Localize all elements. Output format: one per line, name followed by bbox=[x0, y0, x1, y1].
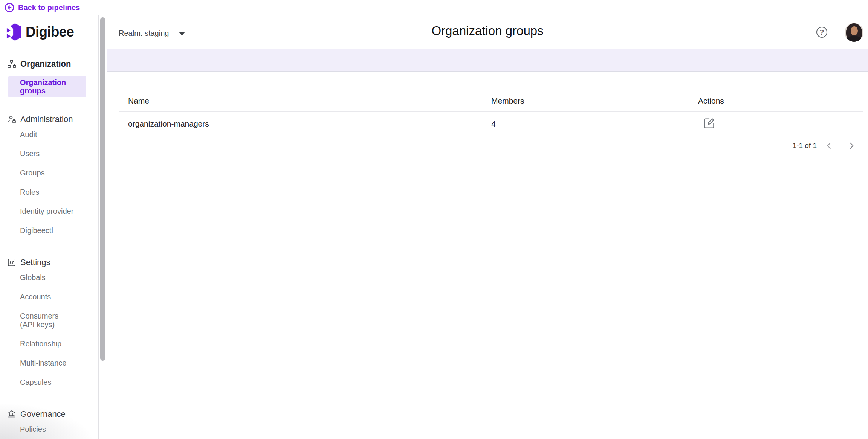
sidebar-section-governance-label: Governance bbox=[20, 409, 66, 419]
pagination-next-button[interactable] bbox=[847, 141, 856, 151]
bank-icon bbox=[7, 410, 16, 419]
sidebar-item-organization-groups[interactable]: Organization groups bbox=[8, 76, 86, 97]
sidebar-item-multi-instance[interactable]: Multi-instance bbox=[0, 354, 98, 373]
cell-group-members: 4 bbox=[482, 119, 698, 128]
column-header-members: Members bbox=[482, 96, 698, 105]
digibee-logo-text: Digibee bbox=[26, 24, 74, 40]
digibee-logo-mark-icon bbox=[6, 23, 22, 41]
help-icon: ? bbox=[820, 28, 824, 37]
back-circle-arrow-icon bbox=[5, 3, 14, 12]
sidebar-scroll-track[interactable] bbox=[99, 15, 107, 439]
main-content: Realm: staging Organization groups ? Nam… bbox=[107, 15, 868, 439]
sidebar-section-governance: Governance Policies bbox=[0, 409, 98, 439]
back-to-pipelines-link[interactable]: Back to pipelines bbox=[5, 3, 80, 12]
header-actions: ? bbox=[816, 15, 863, 49]
page-title: Organization groups bbox=[107, 24, 868, 38]
cell-group-actions bbox=[698, 117, 863, 131]
sidebar-item-globals[interactable]: Globals bbox=[0, 268, 98, 287]
content-header: Realm: staging Organization groups ? bbox=[107, 15, 868, 49]
sidebar: Digibee Organization Organization groups bbox=[0, 15, 99, 439]
table-row: organization-managers 4 bbox=[119, 112, 863, 136]
sidebar-item-relationship[interactable]: Relationship bbox=[0, 334, 98, 354]
sidebar-item-groups[interactable]: Groups bbox=[0, 163, 98, 183]
sidebar-item-capsules[interactable]: Capsules bbox=[0, 373, 98, 392]
sidebar-section-administration-label: Administration bbox=[20, 114, 73, 124]
pagination-range-label: 1-1 of 1 bbox=[793, 142, 817, 150]
chevron-right-icon bbox=[847, 141, 856, 151]
column-header-actions: Actions bbox=[698, 96, 863, 105]
sidebar-item-roles[interactable]: Roles bbox=[0, 183, 98, 202]
pagination: 1-1 of 1 bbox=[119, 141, 863, 151]
table-header-row: Name Members Actions bbox=[119, 90, 863, 112]
digibee-logo[interactable]: Digibee bbox=[6, 23, 98, 41]
sidebar-item-accounts[interactable]: Accounts bbox=[0, 287, 98, 306]
sidebar-scrollbar-thumb[interactable] bbox=[100, 17, 105, 361]
top-bar: Back to pipelines bbox=[0, 0, 868, 15]
groups-table: Name Members Actions organization-manage… bbox=[119, 90, 863, 151]
sidebar-section-settings-header[interactable]: Settings bbox=[0, 257, 98, 268]
help-button[interactable]: ? bbox=[816, 27, 827, 38]
settings-square-icon bbox=[7, 258, 16, 267]
sidebar-section-administration: Administration Audit Users Groups Roles … bbox=[0, 114, 98, 240]
sidebar-section-organization-label: Organization bbox=[20, 59, 71, 69]
sidebar-section-organization: Organization Organization groups bbox=[0, 58, 98, 97]
sidebar-item-digibeectl[interactable]: Digibeectl bbox=[0, 221, 98, 240]
edit-icon bbox=[703, 117, 716, 130]
admin-user-icon bbox=[7, 115, 16, 124]
sidebar-item-policies[interactable]: Policies bbox=[0, 420, 98, 439]
sidebar-section-administration-header[interactable]: Administration bbox=[0, 114, 98, 125]
pagination-prev-button[interactable] bbox=[824, 141, 834, 151]
cell-group-name: organization-managers bbox=[119, 119, 482, 128]
back-to-pipelines-label: Back to pipelines bbox=[18, 3, 80, 12]
sidebar-item-users[interactable]: Users bbox=[0, 144, 98, 163]
sidebar-item-consumers-api-keys[interactable]: Consumers (API keys) bbox=[0, 306, 98, 334]
sidebar-item-identity-provider[interactable]: Identity provider bbox=[0, 202, 98, 221]
sidebar-item-organization-groups-label: Organization groups bbox=[20, 78, 66, 95]
edit-group-button[interactable] bbox=[703, 117, 716, 130]
column-header-name: Name bbox=[119, 96, 482, 105]
chevron-left-icon bbox=[824, 141, 834, 151]
organization-groups-page: Back to pipelines Digibee bbox=[0, 0, 868, 439]
toolbar-banner bbox=[107, 49, 868, 72]
org-chart-icon bbox=[7, 59, 16, 69]
sidebar-section-governance-header[interactable]: Governance bbox=[0, 409, 98, 420]
sidebar-item-audit[interactable]: Audit bbox=[0, 125, 98, 144]
sidebar-nav: Organization Organization groups Adminis… bbox=[0, 58, 98, 439]
user-avatar[interactable] bbox=[845, 23, 863, 42]
sidebar-section-organization-header[interactable]: Organization bbox=[0, 58, 98, 70]
sidebar-section-settings-label: Settings bbox=[20, 258, 50, 267]
sidebar-section-settings: Settings Globals Accounts Consumers (API… bbox=[0, 257, 98, 392]
avatar-face bbox=[851, 26, 858, 35]
